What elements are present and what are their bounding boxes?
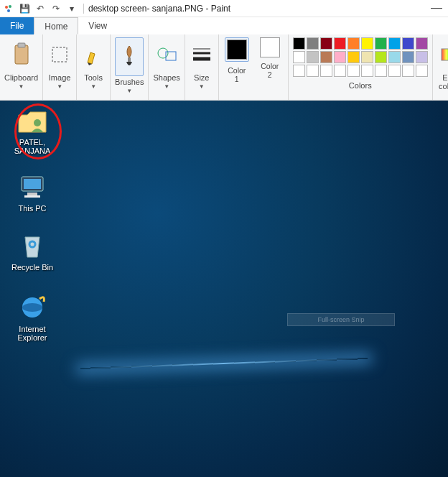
svg-point-2 xyxy=(9,5,11,8)
minimize-button[interactable]: — xyxy=(431,1,442,14)
color-swatch[interactable] xyxy=(402,65,414,77)
color-swatch[interactable] xyxy=(416,51,428,63)
color-swatch[interactable] xyxy=(293,65,305,77)
svg-rect-0 xyxy=(3,3,14,14)
desktop-icon-this-pc[interactable]: This PC xyxy=(7,172,57,213)
svg-point-8 xyxy=(158,48,168,58)
svg-point-14 xyxy=(34,119,41,126)
ie-label: Internet Explorer xyxy=(7,325,57,342)
chevron-down-icon: ▼ xyxy=(199,83,205,91)
ribbon-tabs: File Home View xyxy=(0,17,448,34)
pencil-icon xyxy=(81,42,106,67)
svg-rect-4 xyxy=(15,45,28,64)
image-label: Image xyxy=(49,73,71,82)
color-palette[interactable] xyxy=(293,37,428,77)
svg-rect-5 xyxy=(18,43,25,47)
quick-access-toolbar: 💾 ↶ ↷ ▾ xyxy=(17,1,79,16)
internet-explorer-icon xyxy=(17,293,47,322)
brushes-label: Brushes xyxy=(115,78,144,86)
svg-rect-17 xyxy=(27,193,37,195)
color-swatch[interactable] xyxy=(375,65,387,77)
snip-toolbar-ghost: Full-screen Snip xyxy=(287,313,395,326)
size-label: Size xyxy=(194,73,209,82)
color-swatch[interactable] xyxy=(416,37,428,50)
color-swatch[interactable] xyxy=(388,37,401,50)
color-swatch[interactable] xyxy=(347,65,360,77)
undo-button[interactable]: ↶ xyxy=(33,1,47,16)
color-swatch[interactable] xyxy=(402,51,414,63)
redo-button[interactable]: ↷ xyxy=(49,1,63,16)
svg-point-3 xyxy=(7,9,10,12)
svg-point-1 xyxy=(5,6,8,9)
chevron-down-icon: ▼ xyxy=(90,83,96,91)
title-bar: 💾 ↶ ↷ ▾ desktop screen- sanjana.PNG - Pa… xyxy=(0,0,448,17)
desktop-icon-recycle-bin[interactable]: Recycle Bin xyxy=(7,231,57,272)
color-swatch[interactable] xyxy=(334,37,346,50)
color-swatch[interactable] xyxy=(320,65,332,77)
color-swatch[interactable] xyxy=(334,51,346,63)
color-swatch[interactable] xyxy=(334,65,346,77)
color-swatch[interactable] xyxy=(307,51,319,63)
tab-home[interactable]: Home xyxy=(34,17,78,34)
save-button[interactable]: 💾 xyxy=(17,1,32,16)
separator xyxy=(83,4,84,14)
ribbon: Clipboard▼ Image▼ Tools▼ Brushes▼ Shapes… xyxy=(0,34,448,101)
color-swatch[interactable] xyxy=(402,37,414,50)
color-swatch[interactable] xyxy=(293,51,305,63)
color-swatch[interactable] xyxy=(307,65,319,77)
customize-qat-button[interactable]: ▾ xyxy=(65,1,79,16)
chevron-down-icon: ▼ xyxy=(126,87,132,96)
color2-button[interactable]: Color2 xyxy=(256,37,284,79)
color-swatch[interactable] xyxy=(347,37,360,50)
user-folder-label: PATEL, SANJANA xyxy=(7,138,57,155)
canvas-area[interactable]: PATEL, SANJANA This PC Recycle Bin Inter… xyxy=(0,101,448,477)
brush-icon xyxy=(117,45,141,69)
svg-rect-7 xyxy=(128,57,131,62)
select-icon xyxy=(47,42,72,67)
clipboard-label: Clipboard xyxy=(4,73,38,82)
shapes-icon xyxy=(154,42,179,67)
color-swatch[interactable] xyxy=(320,37,332,50)
color-swatch[interactable] xyxy=(388,65,401,77)
tab-view[interactable]: View xyxy=(78,17,117,34)
clipboard-icon xyxy=(9,42,34,67)
color-swatch[interactable] xyxy=(375,37,387,50)
color-swatch[interactable] xyxy=(307,37,319,50)
color-swatch[interactable] xyxy=(347,51,360,63)
color-swatch[interactable] xyxy=(388,51,401,63)
group-image[interactable]: Image▼ xyxy=(43,34,77,100)
color-swatch[interactable] xyxy=(361,37,373,50)
group-size[interactable]: Size▼ xyxy=(185,34,219,100)
svg-rect-13 xyxy=(442,49,448,60)
colors-group-label: Colors xyxy=(349,81,372,90)
group-tools[interactable]: Tools▼ xyxy=(77,34,111,100)
group-clipboard[interactable]: Clipboard▼ xyxy=(0,34,43,100)
group-color-selection: Color1 Color2 xyxy=(219,34,289,100)
chevron-down-icon: ▼ xyxy=(164,83,169,91)
desktop-icon-user-folder[interactable]: PATEL, SANJANA xyxy=(7,106,57,155)
group-shapes[interactable]: Shapes▼ xyxy=(149,34,185,100)
color1-button[interactable]: Color1 xyxy=(223,37,251,83)
size-icon xyxy=(190,42,214,67)
tools-label: Tools xyxy=(84,73,103,82)
desktop-icon-ie[interactable]: Internet Explorer xyxy=(7,293,57,342)
tab-file[interactable]: File xyxy=(0,17,34,34)
color-wheel-icon xyxy=(437,42,448,67)
color-swatch[interactable] xyxy=(293,37,305,50)
edit-colors-button[interactable]: Editcolors xyxy=(433,34,448,100)
color-swatch[interactable] xyxy=(361,65,373,77)
color2-label: Color2 xyxy=(261,62,279,79)
color-swatch[interactable] xyxy=(416,65,428,77)
color-swatch[interactable] xyxy=(361,51,373,63)
edit-colors-label: Editcolors xyxy=(439,73,448,91)
color-swatch[interactable] xyxy=(375,51,387,63)
svg-rect-6 xyxy=(52,47,67,62)
desktop-light-streak xyxy=(80,358,368,369)
recycle-bin-label: Recycle Bin xyxy=(7,263,57,272)
this-pc-icon xyxy=(17,172,47,201)
paint-app-icon xyxy=(3,3,14,14)
shapes-label: Shapes xyxy=(153,73,179,82)
svg-rect-16 xyxy=(24,179,41,189)
color-swatch[interactable] xyxy=(320,51,332,63)
group-brushes[interactable]: Brushes▼ xyxy=(111,34,149,100)
